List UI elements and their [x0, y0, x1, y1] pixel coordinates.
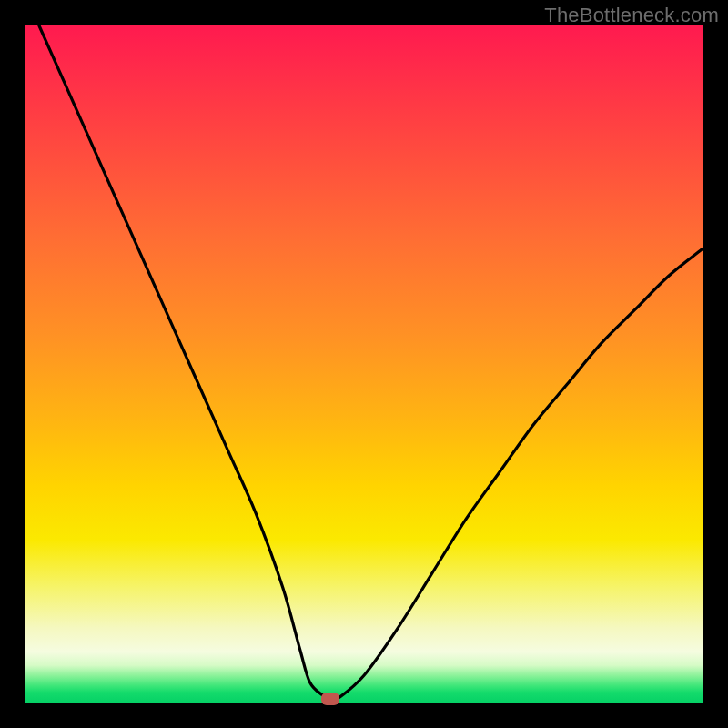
chart-plot-area: [25, 25, 703, 703]
source-label: TheBottleneck.com: [544, 4, 719, 27]
chart-frame: TheBottleneck.com: [0, 0, 728, 728]
bottleneck-curve: [25, 25, 703, 703]
optimum-marker: [321, 693, 339, 705]
